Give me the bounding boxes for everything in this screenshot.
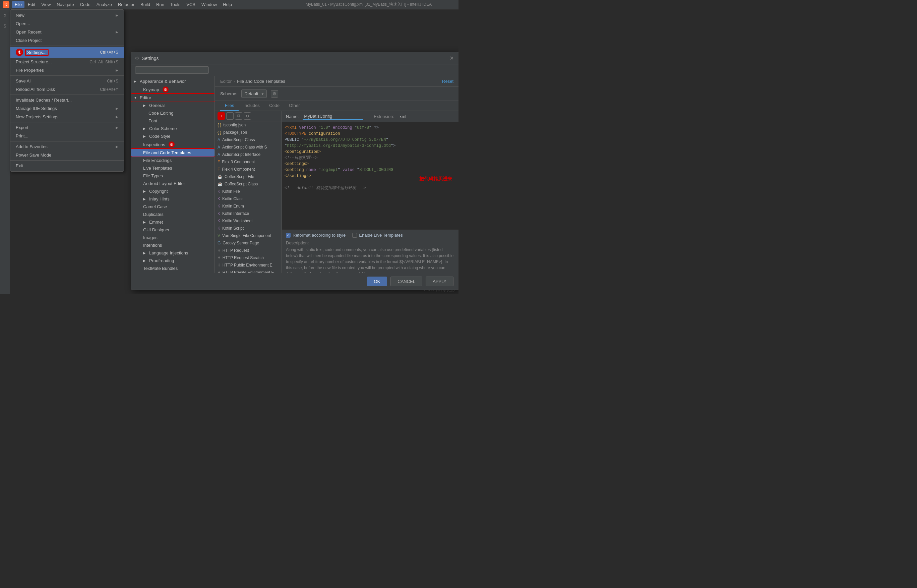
menu-export[interactable]: Export ▶ — [10, 123, 124, 132]
menu-window[interactable]: Window — [199, 1, 220, 8]
tree-appearance[interactable]: ▶ Appearance & Behavior — [131, 78, 215, 85]
menu-print[interactable]: Print... — [10, 132, 124, 140]
tree-general[interactable]: ▶ General — [131, 102, 215, 109]
tree-language-injections[interactable]: ▶ Language Injections — [131, 249, 215, 257]
file-item-http[interactable]: H HTTP Request — [215, 247, 281, 254]
menu-file[interactable]: File — [12, 1, 24, 8]
menu-add-favorites[interactable]: Add to Favorites ▶ — [10, 142, 124, 151]
apply-button[interactable]: APPLY — [426, 276, 454, 286]
menu-new[interactable]: New ▶ — [10, 11, 124, 19]
settings-close-button[interactable]: ✕ — [448, 55, 455, 62]
tree-gui-designer[interactable]: GUI Designer — [131, 226, 215, 234]
menu-add-favorites-label: Add to Favorites — [16, 144, 48, 149]
menu-code[interactable]: Code — [77, 1, 93, 8]
remove-template-button[interactable]: − — [226, 112, 234, 120]
tree-inlay-hints[interactable]: ▶ Inlay Hints — [131, 195, 215, 203]
ok-button[interactable]: OK — [367, 276, 387, 286]
menu-open-recent[interactable]: Open Recent ▶ — [10, 28, 124, 36]
file-item-kotlin-worksheet[interactable]: K Kotlin Worksheet — [215, 217, 281, 225]
tab-other[interactable]: Other — [284, 101, 305, 111]
project-icon[interactable]: P — [1, 12, 9, 20]
file-item-http-scratch[interactable]: H HTTP Request Scratch — [215, 254, 281, 262]
menu-close-project[interactable]: Close Project — [10, 36, 124, 45]
menu-edit[interactable]: Edit — [25, 1, 38, 8]
file-item-flex4[interactable]: F Flex 4 Component — [215, 166, 281, 173]
file-item-flex3[interactable]: F Flex 3 Component — [215, 158, 281, 166]
file-item-vue[interactable]: V Vue Single File Component — [215, 232, 281, 239]
tree-copyright[interactable]: ▶ Copyright — [131, 187, 215, 195]
expand-editor: ▼ — [134, 96, 138, 100]
file-item-coffee-file[interactable]: ☕ CoffeeScript File — [215, 173, 281, 180]
tab-includes[interactable]: Includes — [239, 101, 264, 111]
menu-reload[interactable]: Reload All from Disk Ctrl+Alt+Y — [10, 85, 124, 94]
file-item-coffee-class[interactable]: ☕ CoffeeScript Class — [215, 180, 281, 188]
menu-help[interactable]: Help — [220, 1, 235, 8]
tree-live-templates[interactable]: Live Templates — [131, 164, 215, 172]
reset-link[interactable]: Reset — [442, 79, 454, 84]
tree-emmet[interactable]: ▶ Emmet — [131, 218, 215, 226]
tree-camel-case[interactable]: Camel Case — [131, 203, 215, 210]
menu-vcs[interactable]: VCS — [184, 1, 198, 8]
file-item-as-interface[interactable]: A ActionScript Interface — [215, 151, 281, 158]
tree-keymap[interactable]: Keymap ② — [131, 85, 215, 94]
menu-view[interactable]: View — [39, 1, 53, 8]
menu-power-save-label: Power Save Mode — [16, 152, 51, 158]
menu-tools[interactable]: Tools — [168, 1, 183, 8]
tree-android-layout[interactable]: Android Layout Editor — [131, 180, 215, 187]
scheme-dropdown[interactable]: Default ▼ — [241, 89, 266, 98]
file-item-kotlin-file[interactable]: K Kotlin File — [215, 188, 281, 195]
menu-run[interactable]: Run — [153, 1, 167, 8]
menu-open[interactable]: Open... — [10, 19, 124, 28]
menu-navigate[interactable]: Navigate — [54, 1, 76, 8]
tree-color-scheme[interactable]: ▶ Color Scheme — [131, 125, 215, 132]
tree-proofreading[interactable]: ▶ Proofreading — [131, 257, 215, 265]
reset-template-button[interactable]: ↺ — [244, 112, 251, 120]
menu-build[interactable]: Build — [138, 1, 153, 8]
file-item-package[interactable]: { } package.json — [215, 129, 281, 136]
menu-exit[interactable]: Exit — [10, 162, 124, 170]
settings-search-input[interactable] — [135, 66, 209, 74]
file-item-groovy[interactable]: G Groovy Server Page — [215, 239, 281, 247]
code-editor[interactable]: 把代码拷贝进来 <?xml version="1.0" encoding="ut… — [282, 122, 458, 229]
menu-analyze[interactable]: Analyze — [94, 1, 115, 8]
menu-settings[interactable]: ① Settings... Ctrl+Alt+S — [10, 47, 124, 58]
tree-images[interactable]: Images — [131, 234, 215, 241]
file-item-as-class-s[interactable]: A ActionScript Class with S — [215, 144, 281, 151]
tree-font[interactable]: Font — [131, 117, 215, 125]
tree-inspections[interactable]: Inspections ③ — [131, 140, 215, 149]
tab-files[interactable]: Files — [220, 101, 239, 111]
tree-textmate[interactable]: TextMate Bundles — [131, 265, 215, 272]
cancel-button[interactable]: CANCEL — [391, 276, 422, 286]
menu-file-properties[interactable]: File Properties ▶ — [10, 66, 124, 74]
copy-template-button[interactable]: ⧉ — [235, 112, 242, 120]
add-template-button[interactable]: + — [218, 112, 225, 120]
scheme-gear-button[interactable]: ⚙ — [271, 90, 278, 97]
name-input[interactable] — [303, 113, 363, 120]
tree-file-templates[interactable]: File and Code Templates — [131, 149, 215, 157]
cb-reformat[interactable]: ✓ Reformat according to style — [286, 233, 345, 237]
tree-file-encodings[interactable]: File Encodings — [131, 157, 215, 164]
structure-icon[interactable]: S — [1, 22, 9, 30]
file-item-kotlin-interface[interactable]: K Kotlin Interface — [215, 210, 281, 217]
menu-project-structure[interactable]: Project Structure... Ctrl+Alt+Shift+S — [10, 58, 124, 66]
tree-intentions[interactable]: Intentions — [131, 241, 215, 249]
file-item-kotlin-script[interactable]: K Kotlin Script — [215, 225, 281, 232]
menu-new-projects[interactable]: New Projects Settings ▶ — [10, 113, 124, 121]
tab-code[interactable]: Code — [265, 101, 284, 111]
tree-file-types[interactable]: File Types — [131, 172, 215, 180]
menu-power-save[interactable]: Power Save Mode — [10, 151, 124, 159]
menu-refactor[interactable]: Refactor — [115, 1, 137, 8]
file-item-kotlin-class[interactable]: K Kotlin Class — [215, 195, 281, 202]
menu-save-all[interactable]: Save All Ctrl+S — [10, 77, 124, 85]
menu-manage-ide[interactable]: Manage IDE Settings ▶ — [10, 104, 124, 113]
file-item-tsconfig[interactable]: { } tsconfig.json — [215, 121, 281, 129]
tree-code-style[interactable]: ▶ Code Style — [131, 132, 215, 140]
tree-code-editing[interactable]: Code Editing — [131, 109, 215, 117]
tree-editor[interactable]: ▼ Editor — [131, 94, 215, 102]
file-item-http-public[interactable]: H HTTP Public Environment E — [215, 262, 281, 269]
file-item-as-class[interactable]: A ActionScript Class — [215, 136, 281, 144]
cb-live-templates[interactable]: Enable Live Templates — [352, 233, 403, 237]
file-item-kotlin-enum[interactable]: K Kotlin Enum — [215, 202, 281, 210]
tree-duplicates[interactable]: Duplicates — [131, 210, 215, 218]
menu-invalidate[interactable]: Invalidate Caches / Restart... — [10, 96, 124, 104]
